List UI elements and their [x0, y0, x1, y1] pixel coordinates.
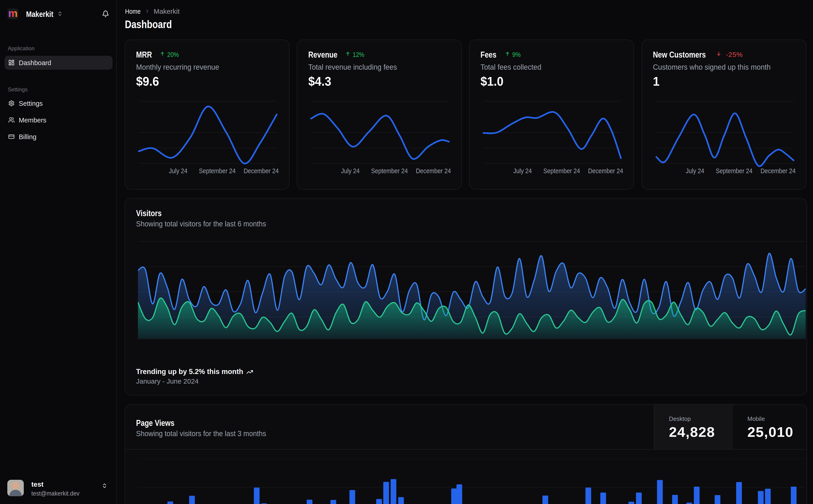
- svg-text:m: m: [8, 8, 18, 19]
